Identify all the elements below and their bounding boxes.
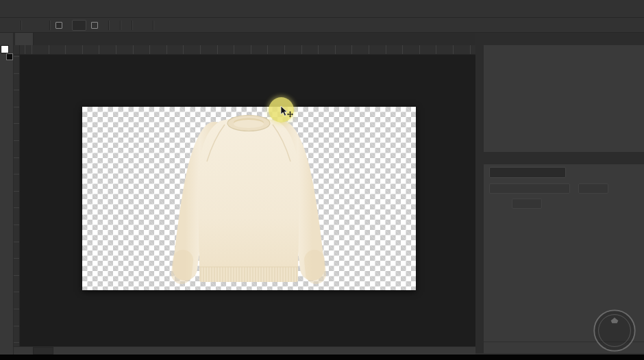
document-area [14,33,475,355]
foreground-color-swatch[interactable] [1,45,9,53]
vertical-ruler [14,55,20,346]
tool-target-select[interactable] [72,20,86,31]
horizontal-ruler [14,45,475,55]
sweater-image [82,107,416,290]
chevron-right-icon[interactable] [63,348,69,354]
document-tab-strip [14,33,475,45]
chevron-down-icon[interactable] [39,23,44,27]
ruler-corner [14,45,20,55]
panel-menu-icon[interactable] [633,68,641,77]
screen-mode-button[interactable] [1,74,13,86]
letterbox-bar [0,355,644,360]
share-icon[interactable] [628,21,637,30]
status-bar [14,346,475,355]
auto-select-checkbox[interactable] [55,22,62,29]
adjustments-tabs [484,33,644,45]
filter-toggle-pin-icon[interactable] [577,168,584,177]
bounding-box-checkbox[interactable] [91,22,98,29]
move-tool-preset-icon[interactable] [27,21,36,30]
layers-tabs [484,152,644,164]
photoshop-logo-icon [5,3,16,14]
watermark-badge [587,306,642,355]
chevron-down-icon [77,23,82,27]
move-cursor [280,105,295,120]
chevron-down-icon[interactable] [616,23,621,27]
panel-dock [475,33,644,353]
more-options-icon[interactable] [138,21,147,30]
canvas[interactable] [14,55,475,346]
chevron-down-icon [558,170,562,175]
chevron-down-icon [599,186,604,191]
search-icon [493,170,499,176]
chevron-down-icon [533,201,538,206]
document-canvas[interactable] [82,107,416,290]
options-bar [0,18,644,33]
workspace-icon[interactable] [606,21,616,30]
tools-panel [0,33,14,355]
photoshop-window [0,0,644,355]
chevron-down-icon [561,186,566,191]
quick-mask-button[interactable] [1,62,13,74]
opacity-value[interactable] [578,183,608,194]
fill-value[interactable] [512,198,542,209]
adjustments-panel-group [484,33,644,152]
document-tab[interactable] [15,33,34,45]
search-icon[interactable] [590,21,599,30]
color-swatches[interactable] [1,45,13,60]
blend-mode-select[interactable] [489,183,570,194]
background-color-swatch[interactable] [6,53,13,60]
layer-filter-select[interactable] [489,167,566,178]
menu-bar [0,0,644,18]
home-icon[interactable] [5,21,15,30]
document-dimensions [33,347,53,355]
